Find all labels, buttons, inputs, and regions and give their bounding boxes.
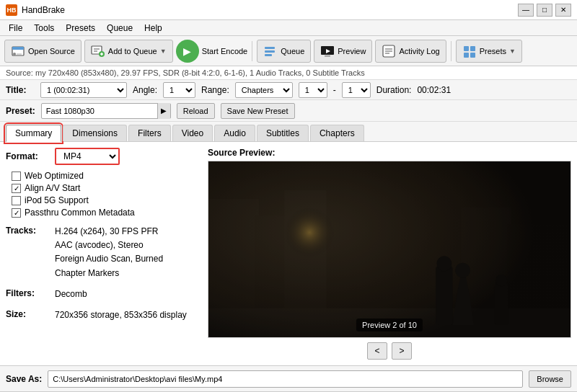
title-bar-controls: — □ ✕ <box>518 4 571 17</box>
menu-bar: File Tools Presets Queue Help <box>0 20 577 36</box>
filters-section: Filters: Decomb <box>6 288 202 301</box>
align-av-label: Align A/V Start <box>25 183 80 193</box>
activity-log-label: Activity Log <box>399 47 439 55</box>
save-as-label: Save As: <box>6 374 42 384</box>
right-panel: Source Preview: <box>208 148 571 360</box>
tab-audio[interactable]: Audio <box>214 125 255 141</box>
track-1: H.264 (x264), 30 FPS PFR <box>55 225 163 239</box>
filters-value: Decomb <box>55 288 87 301</box>
web-optimized-checkbox[interactable] <box>12 172 21 181</box>
start-encode-button[interactable]: ▶ <box>176 40 199 63</box>
angle-label: Angle: <box>133 85 157 95</box>
title-label: Title: <box>6 85 35 95</box>
source-info-bar: Source: my 720x480 (853x480), 29.97 FPS,… <box>0 66 577 80</box>
angle-select[interactable]: 1 <box>163 82 195 98</box>
tab-chapters[interactable]: Chapters <box>310 125 364 141</box>
preview-button[interactable]: Preview <box>314 40 372 63</box>
open-source-icon <box>11 44 25 58</box>
preview-label: Source Preview: <box>208 148 571 158</box>
tab-filters[interactable]: Filters <box>128 125 171 141</box>
app-title: HandBrake <box>22 5 65 15</box>
preset-row: Preset: Fast 1080p30 ▶ Reload Save New P… <box>0 100 577 122</box>
menu-help[interactable]: Help <box>138 22 168 35</box>
tab-bar: Summary Dimensions Filters Video Audio S… <box>0 122 577 142</box>
presets-label: Presets <box>480 47 506 55</box>
save-new-preset-button[interactable]: Save New Preset <box>221 103 295 119</box>
maximize-button[interactable]: □ <box>537 4 552 17</box>
align-av-checkbox[interactable] <box>12 184 21 193</box>
range-label: Range: <box>201 85 229 95</box>
preview-prev-button[interactable]: < <box>367 342 387 360</box>
svg-rect-6 <box>265 50 275 53</box>
range-type-select[interactable]: Chapters <box>235 82 293 98</box>
checkbox-align-av: Align A/V Start <box>12 183 202 193</box>
preview-badge: Preview 2 of 10 <box>356 318 423 331</box>
minimize-button[interactable]: — <box>518 4 534 17</box>
toolbar: Open Source Add to Queue ▼ ▶ Start Encod… <box>0 36 577 66</box>
menu-queue[interactable]: Queue <box>101 22 138 35</box>
presets-dropdown-icon: ▼ <box>509 48 516 55</box>
save-as-input[interactable] <box>48 370 523 388</box>
preview-next-button[interactable]: > <box>392 342 412 360</box>
checkbox-ipod: iPod 5G Support <box>12 195 202 205</box>
preset-arrow-button[interactable]: ▶ <box>157 103 170 119</box>
format-row: Format: MP4 MKV WebM <box>6 148 202 165</box>
format-label: Format: <box>6 151 49 161</box>
size-section: Size: 720x356 storage, 853x356 display <box>6 308 202 322</box>
activity-log-button[interactable]: Activity Log <box>375 40 446 63</box>
title-select[interactable]: 1 (00:02:31) <box>40 82 127 98</box>
tracks-label: Tracks: <box>6 225 49 236</box>
range-from-select[interactable]: 1 <box>299 82 327 98</box>
tracks-section: Tracks: H.264 (x264), 30 FPS PFR AAC (av… <box>6 225 202 280</box>
open-source-label: Open Source <box>28 47 75 55</box>
range-to-select[interactable]: 1 <box>342 82 371 98</box>
close-button[interactable]: ✕ <box>555 4 571 17</box>
track-3: Foreign Audio Scan, Burned <box>55 252 163 266</box>
tracks-row: Tracks: H.264 (x264), 30 FPS PFR AAC (av… <box>6 225 202 280</box>
track-2: AAC (avcodec), Stereo <box>55 239 163 252</box>
checkbox-passthru: Passthru Common Metadata <box>12 208 202 218</box>
reload-button[interactable]: Reload <box>177 103 215 119</box>
svg-rect-30 <box>208 161 571 337</box>
svg-rect-7 <box>265 54 272 56</box>
presets-button[interactable]: Presets ▼ <box>456 40 522 63</box>
queue-button[interactable]: Queue <box>257 40 311 63</box>
bottom-bar: Save As: Browse <box>0 365 577 391</box>
add-to-queue-button[interactable]: Add to Queue ▼ <box>84 40 173 63</box>
format-select[interactable]: MP4 MKV WebM <box>55 148 120 165</box>
tab-video[interactable]: Video <box>172 125 213 141</box>
checkbox-group: Web Optimized Align A/V Start iPod 5G Su… <box>12 171 202 218</box>
queue-icon <box>263 44 278 58</box>
tab-subtitles[interactable]: Subtitles <box>257 125 309 141</box>
add-to-queue-dropdown-icon: ▼ <box>160 48 167 55</box>
app-icon: HB <box>6 4 17 16</box>
title-row: Title: 1 (00:02:31) Angle: 1 Range: Chap… <box>0 80 577 100</box>
filters-label: Filters: <box>6 288 49 298</box>
tab-summary[interactable]: Summary <box>6 125 61 142</box>
start-encode-label: Start Encode <box>202 47 248 55</box>
ipod-checkbox[interactable] <box>12 196 21 205</box>
menu-presets[interactable]: Presets <box>60 22 101 35</box>
tab-dimensions[interactable]: Dimensions <box>63 125 127 141</box>
menu-tools[interactable]: Tools <box>28 22 60 35</box>
open-source-button[interactable]: Open Source <box>4 40 82 63</box>
svg-rect-10 <box>325 55 330 57</box>
left-panel: Format: MP4 MKV WebM Web Optimized Align… <box>6 148 208 360</box>
add-to-queue-label: Add to Queue <box>108 47 157 55</box>
preview-scene: Preview 2 of 10 <box>208 161 571 337</box>
preset-box: Fast 1080p30 ▶ <box>41 103 171 119</box>
passthru-checkbox[interactable] <box>12 208 21 218</box>
preview-label: Preview <box>338 47 366 55</box>
web-optimized-label: Web Optimized <box>25 171 84 181</box>
preview-controls: < > <box>208 342 571 360</box>
size-row: Size: 720x356 storage, 853x356 display <box>6 308 202 322</box>
browse-button[interactable]: Browse <box>529 370 571 388</box>
size-value: 720x356 storage, 853x356 display <box>55 308 187 322</box>
svg-rect-13 <box>470 46 475 51</box>
source-info-text: Source: my 720x480 (853x480), 29.97 FPS,… <box>6 68 365 77</box>
svg-rect-1 <box>12 47 24 50</box>
preset-name: Fast 1080p30 <box>42 107 157 115</box>
svg-rect-12 <box>464 46 469 51</box>
title-bar-left: HB HandBrake <box>6 4 65 16</box>
menu-file[interactable]: File <box>3 22 28 35</box>
